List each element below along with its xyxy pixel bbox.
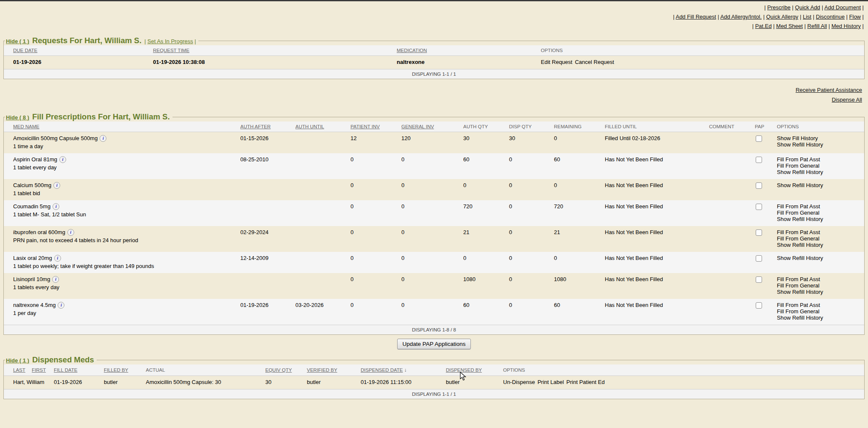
dispensed-by: butler: [446, 376, 503, 389]
pap-checkbox[interactable]: [756, 182, 762, 189]
nav-link-med-sheet[interactable]: Med Sheet: [776, 23, 807, 29]
info-icon[interactable]: i: [59, 156, 66, 163]
nav-link-quick-add[interactable]: Quick Add: [795, 4, 824, 11]
info-icon[interactable]: i: [67, 229, 74, 236]
fill-col-auth-until[interactable]: AUTH UNTIL: [295, 121, 351, 132]
option-link[interactable]: Fill From Pat Asst: [777, 229, 862, 235]
option-link[interactable]: Fill From General: [777, 235, 862, 242]
print-patient-ed-link[interactable]: Print Patient Ed: [566, 379, 604, 385]
dispensed-col-fill-date[interactable]: FILL DATE: [54, 364, 104, 376]
patient-inv: 0: [351, 226, 401, 252]
info-icon[interactable]: i: [58, 302, 64, 309]
dispensed-col-verified-by[interactable]: VERIFIED BY: [307, 364, 361, 376]
nav-link-label[interactable]: Quick Allergy: [766, 14, 798, 20]
option-link[interactable]: Fill From Pat Asst: [777, 276, 862, 282]
nav-link-label[interactable]: List: [803, 14, 811, 20]
pap-checkbox[interactable]: [756, 255, 762, 262]
cancel-request-link[interactable]: Cancel Request: [575, 59, 614, 65]
option-link[interactable]: Show Fill History: [777, 135, 862, 141]
nav-link-label[interactable]: Flow: [849, 14, 861, 20]
option-link[interactable]: Show Refill History: [777, 315, 862, 321]
dispense-all-link[interactable]: Dispense All: [832, 97, 862, 103]
comment: [709, 132, 755, 154]
nav-link-add-document[interactable]: Add Document: [824, 4, 864, 11]
pap-checkbox[interactable]: [756, 302, 762, 309]
option-link[interactable]: Show Refill History: [777, 141, 862, 148]
nav-link-refill-all[interactable]: Refill All: [807, 23, 832, 29]
nav-link-label[interactable]: Discontinue: [816, 14, 845, 20]
nav-link-label[interactable]: Med History: [832, 23, 861, 29]
fill-section-legend: Hide ( 8 ) Fill Prescriptions For Hart, …: [5, 112, 172, 121]
dispensed-col-dispensed-date[interactable]: DISPENSED DATE↓: [361, 364, 446, 376]
nav-link-label[interactable]: Quick Add: [795, 4, 820, 11]
update-pap-applications-button[interactable]: Update PAP Applications: [397, 339, 471, 349]
nav-link-label[interactable]: Med Sheet: [776, 23, 803, 29]
info-icon[interactable]: i: [54, 255, 61, 262]
option-link[interactable]: Fill From General: [777, 163, 862, 169]
nav-link-label[interactable]: Add Document: [824, 4, 861, 11]
top-nav: PrescribeQuick AddAdd Document Add Fill …: [0, 3, 864, 31]
dispensed-col-filled-by[interactable]: FILLED BY: [104, 364, 146, 376]
print-label-link[interactable]: Print Label: [537, 379, 564, 385]
info-icon[interactable]: i: [100, 135, 106, 142]
fill-col-auth-after[interactable]: AUTH AFTER: [240, 121, 295, 132]
info-icon[interactable]: i: [52, 276, 59, 283]
option-link[interactable]: Fill From General: [777, 210, 862, 216]
nav-link-label[interactable]: Refill All: [807, 23, 827, 29]
dispensed-col-equiv-qty[interactable]: EQUIV QTY: [265, 364, 307, 376]
nav-link-add-allergy-intol[interactable]: Add Allergy/Intol.: [721, 14, 766, 20]
dispensed-col-first[interactable]: FIRST: [32, 364, 54, 376]
option-link[interactable]: Show Refill History: [777, 169, 862, 175]
dispensed-col-dispensed-by[interactable]: DISPENSED BY: [446, 364, 503, 376]
option-link[interactable]: Fill From Pat Asst: [777, 156, 862, 163]
nav-link-med-history[interactable]: Med History: [832, 23, 864, 29]
dispensed-hide-link[interactable]: Hide ( 1 ): [6, 357, 29, 364]
option-link[interactable]: Show Refill History: [777, 255, 862, 261]
fill-hide-link[interactable]: Hide ( 8 ): [6, 114, 29, 121]
fill-col-general-inv[interactable]: GENERAL INV: [401, 121, 463, 132]
nav-link-pat-ed[interactable]: Pat.Ed: [755, 23, 776, 29]
dispensed-meds-section: Hide ( 1 ) Dispensed Meds LAST FIRST FIL…: [3, 355, 865, 399]
option-link[interactable]: Show Refill History: [777, 182, 862, 188]
pap-checkbox[interactable]: [756, 229, 762, 236]
requests-col-medication[interactable]: MEDICATION: [397, 45, 541, 56]
option-link[interactable]: Show Refill History: [777, 242, 862, 248]
pap-checkbox[interactable]: [756, 204, 762, 210]
option-link[interactable]: Fill From Pat Asst: [777, 203, 862, 210]
option-link[interactable]: Show Refill History: [777, 216, 862, 222]
pap-checkbox[interactable]: [756, 135, 762, 142]
nav-link-list[interactable]: List: [803, 14, 816, 20]
requests-col-due-date[interactable]: DUE DATE: [4, 45, 153, 56]
set-as-in-progress-link[interactable]: Set As In Progress: [147, 38, 193, 44]
auth-until: [295, 153, 351, 179]
nav-link-label[interactable]: Add Allergy/Intol.: [721, 14, 762, 20]
options-cell: Fill From Pat Asst Fill From General Sho…: [777, 299, 864, 325]
un-dispense-link[interactable]: Un-Dispense: [503, 379, 535, 385]
fill-col-patient-inv[interactable]: PATIENT INV: [351, 121, 401, 132]
option-link[interactable]: Fill From General: [777, 282, 862, 289]
nav-link-add-fill-request[interactable]: Add Fill Request: [676, 14, 720, 20]
nav-link-flow[interactable]: Flow: [849, 14, 864, 20]
nav-link-discontinue[interactable]: Discontinue: [816, 14, 849, 20]
nav-link-label[interactable]: Add Fill Request: [676, 14, 716, 20]
info-icon[interactable]: i: [53, 182, 60, 189]
requests-hide-link[interactable]: Hide ( 1 ): [6, 38, 29, 44]
dispensed-col-last[interactable]: LAST: [4, 364, 32, 376]
receive-patient-assistance-link[interactable]: Receive Patient Assistance: [796, 87, 862, 93]
pap-checkbox[interactable]: [756, 157, 762, 163]
med-name: ibuprofen oral 600mg: [13, 229, 65, 235]
nav-link-label[interactable]: Prescribe: [767, 4, 790, 11]
dispensed-col-actual: ACTUAL: [146, 364, 265, 376]
general-inv: 0: [401, 200, 463, 226]
pap-checkbox[interactable]: [756, 276, 762, 283]
fill-col-med-name[interactable]: MED NAME: [4, 121, 240, 132]
edit-request-link[interactable]: Edit Request: [541, 59, 572, 65]
nav-link-label[interactable]: Pat.Ed: [755, 23, 772, 29]
option-link[interactable]: Show Refill History: [777, 289, 862, 295]
nav-link-quick-allergy[interactable]: Quick Allergy: [766, 14, 803, 20]
nav-link-prescribe[interactable]: Prescribe: [767, 4, 795, 11]
requests-col-request-time[interactable]: REQUEST TIME: [153, 45, 397, 56]
info-icon[interactable]: i: [53, 203, 59, 210]
option-link[interactable]: Fill From General: [777, 308, 862, 315]
option-link[interactable]: Fill From Pat Asst: [777, 302, 862, 308]
